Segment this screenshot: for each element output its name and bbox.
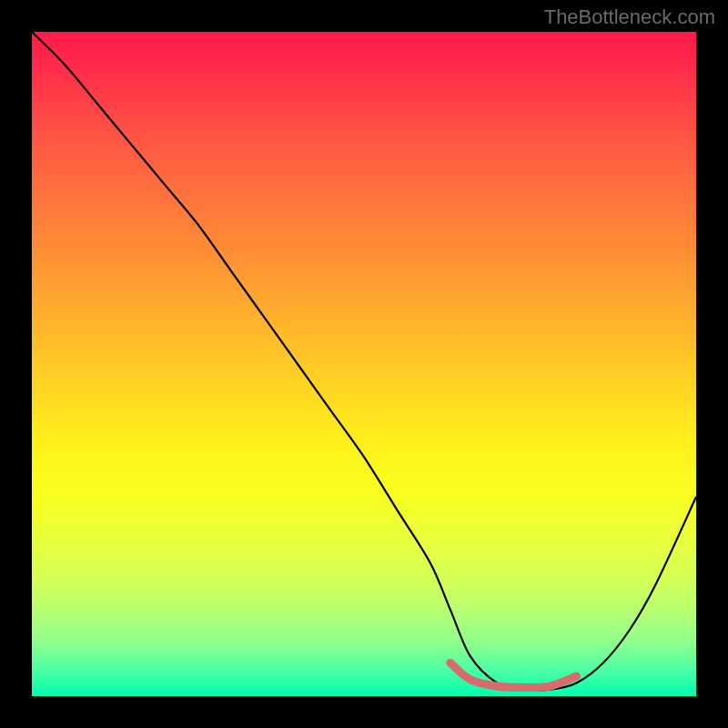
chart-svg — [32, 32, 696, 696]
chart-main-curve — [32, 32, 696, 691]
chart-plot-area — [32, 32, 696, 696]
watermark-text: TheBottleneck.com — [544, 5, 715, 29]
chart-optimal-band — [450, 663, 577, 688]
